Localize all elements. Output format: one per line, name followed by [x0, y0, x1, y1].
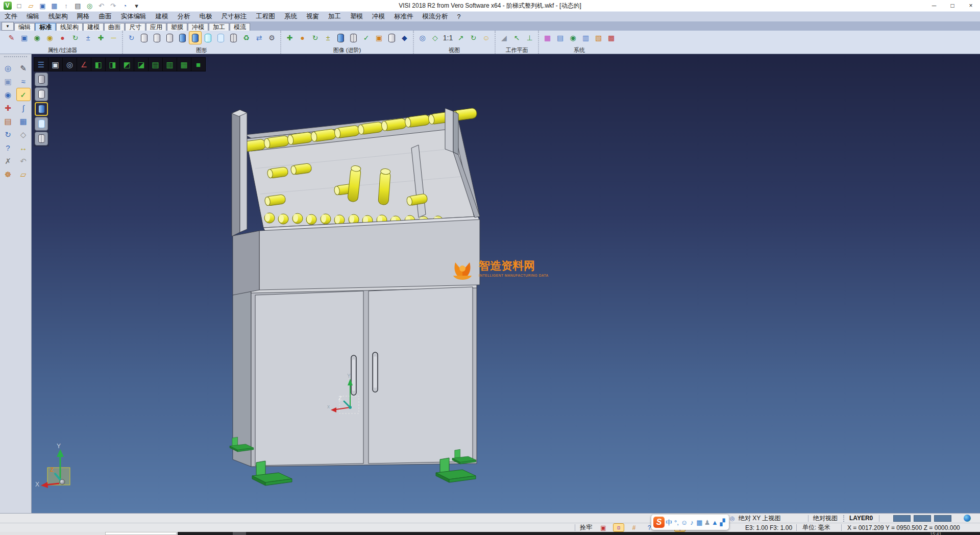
tab-dropdown-button[interactable]: ▼: [2, 22, 14, 31]
cylinder-dashed-icon[interactable]: [164, 32, 176, 44]
view-search-icon[interactable]: ◎: [730, 514, 735, 523]
edit-attributes-icon[interactable]: ✎: [6, 32, 17, 44]
workplane-create-icon[interactable]: ◢: [498, 32, 510, 44]
cabinet-right-door[interactable]: [369, 287, 473, 464]
fit-plane-icon[interactable]: ▣: [2, 75, 15, 87]
tab-edit[interactable]: 编辑: [14, 23, 35, 31]
render-shaded-edges-icon[interactable]: [35, 102, 48, 116]
graphics-copy-icon[interactable]: ⇄: [253, 32, 265, 44]
door-handle-right[interactable]: [373, 352, 378, 392]
menu-item[interactable]: 电极: [195, 12, 217, 21]
regen-icon[interactable]: ↻: [2, 128, 15, 140]
zoom-window2-icon[interactable]: ◎: [63, 58, 77, 71]
menu-item[interactable]: 实体编辑: [116, 12, 151, 21]
workplane-vertical-icon[interactable]: ⊥: [524, 32, 535, 44]
color-palette-icon[interactable]: ▦: [542, 32, 553, 44]
orient-axes-icon[interactable]: ✚: [2, 102, 15, 114]
menu-item[interactable]: 线架构: [44, 12, 72, 21]
ime-user-icon[interactable]: ♟: [703, 517, 711, 528]
snap-settings-icon[interactable]: ▣: [598, 524, 608, 531]
preview-icon[interactable]: ◎: [84, 1, 95, 11]
zoom-extents-icon[interactable]: ◉: [2, 88, 15, 101]
graphics-settings-icon[interactable]: ⚙: [266, 32, 278, 44]
ime-toolbox-icon[interactable]: ▞: [719, 517, 726, 528]
visibility-filter-icon[interactable]: ●: [57, 32, 68, 44]
menu-item[interactable]: ?: [453, 13, 465, 20]
image-cylinder-blue-icon[interactable]: [335, 32, 347, 44]
menu-item[interactable]: 尺寸标注: [217, 12, 252, 21]
menu-item[interactable]: 视窗: [302, 12, 324, 21]
confirm-check-icon[interactable]: ✓: [17, 88, 30, 101]
ime-keyboard-icon[interactable]: ▦: [696, 517, 703, 528]
menu-item[interactable]: 塑模: [346, 12, 368, 21]
tab-flow[interactable]: 模流: [230, 23, 250, 31]
view-mode-label[interactable]: 绝对视图: [813, 514, 838, 523]
selection-hand-icon[interactable]: ▧: [593, 32, 604, 44]
ime-logo[interactable]: S: [653, 517, 665, 528]
window-grid-icon[interactable]: ▦: [17, 115, 30, 127]
undo-gray-icon[interactable]: ↶: [17, 155, 30, 167]
machine-model[interactable]: [230, 108, 480, 485]
view-cube-top-icon[interactable]: ◧: [91, 58, 105, 71]
ime-chinese-icon[interactable]: 中: [665, 517, 673, 528]
open-file-icon[interactable]: ▱: [26, 1, 36, 11]
visi-logo[interactable]: V: [2, 1, 13, 11]
view-cube-right-icon[interactable]: ◪: [134, 58, 148, 71]
axonometric-icon[interactable]: ∠: [77, 58, 91, 71]
render-translucent-icon[interactable]: [35, 117, 48, 131]
save-file-icon[interactable]: ▣: [37, 1, 48, 11]
tab-machining[interactable]: 加工: [209, 23, 229, 31]
help-icon[interactable]: ?: [2, 141, 15, 154]
tab-dimension[interactable]: 尺寸: [125, 23, 145, 31]
cylinder-shaded-icon[interactable]: [177, 32, 188, 44]
menu-item[interactable]: 加工: [324, 12, 346, 21]
render-hidden-line-icon[interactable]: [35, 87, 48, 101]
image-validate-icon[interactable]: ✓: [360, 32, 372, 44]
grid-book-icon[interactable]: ▩: [605, 32, 617, 44]
view-cube-left-icon[interactable]: ◩: [120, 58, 134, 71]
measure-icon[interactable]: ↔: [17, 141, 30, 154]
menu-item[interactable]: 冲模: [368, 12, 389, 21]
show-entities-icon[interactable]: ◉: [31, 32, 43, 44]
web-status-icon[interactable]: [964, 514, 971, 523]
view-menu-icon[interactable]: ☰: [34, 58, 48, 71]
delete-trash-icon[interactable]: ✗: [2, 155, 15, 167]
image-cylinder-striped-icon[interactable]: [348, 32, 359, 44]
zoom-all-icon[interactable]: ◇: [429, 32, 441, 44]
image-filter-icon[interactable]: ●: [297, 32, 308, 44]
taskbar-search-box[interactable]: [105, 532, 177, 535]
image-refresh-icon[interactable]: ↻: [309, 32, 321, 44]
shade-cube-icon[interactable]: ◇: [17, 128, 30, 140]
render-shaded-icon[interactable]: [35, 72, 48, 86]
menu-item[interactable]: 建模: [151, 12, 173, 21]
layer-table-icon[interactable]: ▥: [580, 32, 592, 44]
menu-item[interactable]: 编辑: [22, 12, 44, 21]
graphics-recycle-icon[interactable]: ♻: [240, 32, 252, 44]
cylinder-wireframe-icon[interactable]: [138, 32, 150, 44]
tab-apply[interactable]: 应用: [146, 23, 166, 31]
toolbar-options-icon[interactable]: ▾: [131, 1, 142, 11]
new-file-icon[interactable]: □: [14, 1, 24, 11]
image-toggle-icon[interactable]: ±: [322, 32, 334, 44]
menu-item[interactable]: 网格: [72, 12, 94, 21]
view-cube-bottom-icon[interactable]: ◨: [106, 58, 119, 71]
save-as-icon[interactable]: ▦: [49, 1, 60, 11]
toggle-visibility-icon[interactable]: ±: [82, 32, 94, 44]
rotate-view-icon[interactable]: ↻: [468, 32, 479, 44]
zoom-one-to-one-icon[interactable]: 1:1: [442, 32, 454, 44]
redo-icon[interactable]: ↷: [108, 1, 118, 11]
close-button[interactable]: ×: [962, 1, 980, 11]
ime-emoji-icon[interactable]: ☺: [680, 517, 688, 528]
tab-surface[interactable]: 曲面: [104, 23, 125, 31]
view-cube-front-icon[interactable]: ▤: [149, 58, 162, 71]
minimize-button[interactable]: ─: [925, 1, 943, 11]
erase-sketch-icon[interactable]: ✎: [17, 62, 30, 74]
ime-voice-icon[interactable]: ♪: [688, 517, 696, 528]
image-tag-icon[interactable]: ▣: [373, 32, 385, 44]
view-face-icon[interactable]: ☺: [480, 32, 492, 44]
workplane-align-icon[interactable]: ↖: [511, 32, 523, 44]
sketch-spline-icon[interactable]: ∫: [17, 102, 30, 114]
undo-icon[interactable]: ↶: [96, 1, 107, 11]
navigation-wheel-icon[interactable]: ☸: [2, 168, 15, 180]
graphics-viewport[interactable]: ☰▣◎∠◧◨◩◪▤▥▦■: [32, 54, 980, 513]
